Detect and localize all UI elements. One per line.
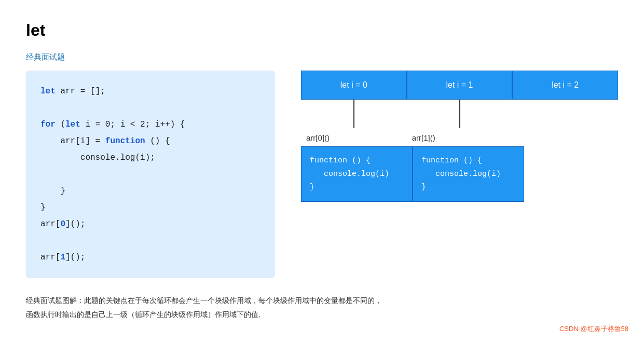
code-line-blank1 (40, 100, 261, 116)
section-label: 经典面试题 (26, 52, 618, 62)
code-text: } (40, 203, 46, 212)
code-line-blank2 (40, 166, 261, 183)
keyword-for: for (40, 120, 56, 129)
code-text: i = 0; i < 2; i++) { (80, 120, 185, 129)
func-text-1: function () { (421, 154, 515, 168)
func-box-empty (524, 146, 618, 202)
func-close-1: } (421, 181, 515, 194)
code-line-2: for (let i = 0; i < 2; i++) { (40, 116, 261, 133)
code-line-7: arr[0](); (40, 216, 261, 232)
func-box-1: function () { console.log(i) } (413, 146, 524, 202)
content-area: let arr = []; for (let i = 0; i < 2; i++… (26, 71, 618, 278)
code-text: arr = []; (56, 87, 105, 96)
func-close-0: } (310, 181, 404, 194)
code-text: console.log(i); (40, 153, 155, 162)
code-line-3: arr[i] = function () { (40, 133, 261, 149)
watermark: CSDN @红鼻子格鲁58 (559, 324, 628, 334)
vertical-line-0 (353, 100, 354, 128)
code-text: ( (56, 120, 65, 129)
scope-box-0: let i = 0 (301, 71, 407, 100)
arr-call-label-1: arr[1]() (412, 133, 435, 142)
func-body-0: console.log(i) (310, 168, 404, 181)
scope-box-2: let i = 2 (512, 71, 618, 100)
description-line-2: 函数执行时输出的是自己上一级（循环产生的块级作用域）作用域下的值. (26, 308, 618, 322)
code-line-5: } (40, 183, 261, 199)
scope-box-1: let i = 1 (407, 71, 513, 100)
code-text: arr[ (40, 219, 60, 229)
code-text: } (40, 186, 65, 196)
keyword-let: let (40, 87, 56, 96)
code-text: ](); (65, 253, 85, 262)
connector-col-2 (512, 100, 618, 146)
func-text-0: function () { (310, 154, 404, 168)
description-line-1: 经典面试题图解：此题的关键点在于每次循环都会产生一个块级作用域，每个块级作用域中… (26, 294, 618, 308)
code-line-6: } (40, 199, 261, 216)
func-row: function () { console.log(i) } function … (301, 146, 618, 202)
scope-row: let i = 0 let i = 1 let i = 2 (301, 71, 618, 100)
func-body-1: console.log(i) (421, 168, 515, 181)
code-text: () { (145, 136, 170, 146)
code-line-4: console.log(i); (40, 149, 261, 166)
connector-col-1: arr[1]() (407, 100, 513, 146)
code-block: let arr = []; for (let i = 0; i < 2; i++… (26, 71, 275, 278)
code-line-1: let arr = []; (40, 83, 261, 100)
code-line-blank3 (40, 232, 261, 249)
page-title: let (26, 21, 618, 40)
code-text: arr[i] = (40, 136, 105, 146)
code-line-8: arr[1](); (40, 249, 261, 266)
code-index-1: 1 (60, 253, 65, 262)
code-index-0: 0 (60, 219, 65, 229)
diagram: let i = 0 let i = 1 let i = 2 arr[0]() a… (301, 71, 618, 202)
description: 经典面试题图解：此题的关键点在于每次循环都会产生一个块级作用域，每个块级作用域中… (26, 294, 618, 321)
func-box-0: function () { console.log(i) } (301, 146, 413, 202)
arr-call-label-0: arr[0]() (306, 133, 330, 142)
keyword-let2: let (65, 120, 80, 129)
connector-area: arr[0]() arr[1]() (301, 100, 618, 146)
connector-col-0: arr[0]() (301, 100, 407, 146)
vertical-line-1 (459, 100, 460, 128)
code-text: ](); (65, 219, 85, 229)
keyword-function: function (105, 136, 145, 146)
code-text: arr[ (40, 253, 60, 262)
